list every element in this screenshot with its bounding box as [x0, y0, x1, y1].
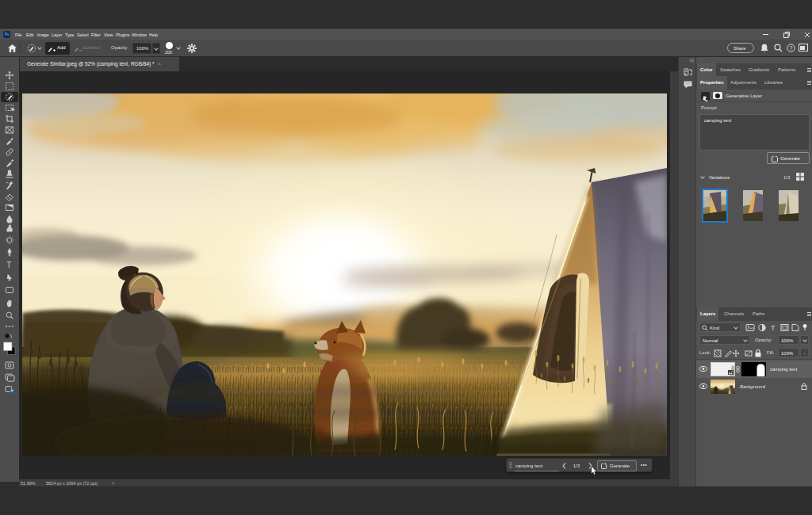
svg-text:?: ? [790, 45, 793, 51]
svg-text:T: T [771, 324, 776, 332]
svg-text:T: T [6, 261, 11, 269]
